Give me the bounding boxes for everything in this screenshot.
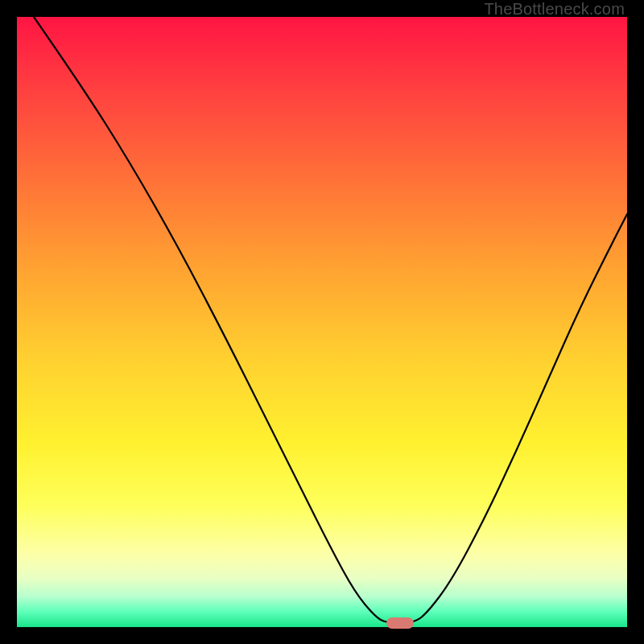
optimal-marker	[386, 617, 414, 629]
chart-plot-area	[17, 17, 627, 627]
bottleneck-curve	[17, 17, 627, 627]
watermark-text: TheBottleneck.com	[484, 0, 625, 19]
